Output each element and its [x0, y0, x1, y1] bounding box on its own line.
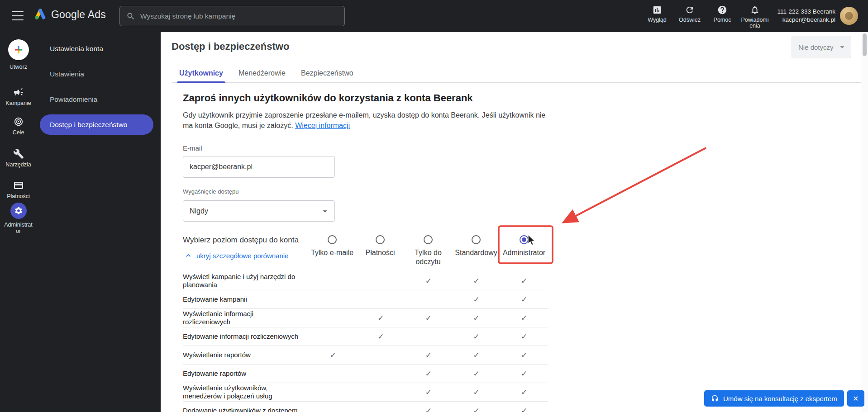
permission-check: ✓ — [357, 332, 405, 341]
sidebar-item-tools[interactable]: Narzędzia — [0, 148, 37, 168]
permission-check: ✓ — [405, 276, 453, 286]
consult-bar: Umów się na konsultację z ekspertem ✕ — [704, 390, 864, 407]
notifications-button[interactable]: Powiadomienia — [739, 3, 771, 29]
campaigns-icon — [13, 87, 24, 98]
refresh-icon — [685, 5, 695, 16]
gear-icon — [10, 203, 27, 219]
radio-email-only[interactable]: Tylko e-maile — [308, 235, 356, 257]
permission-check: ✓ — [453, 332, 501, 341]
sidebar-item-access-security[interactable]: Dostęp i bezpieczeństwo — [40, 114, 153, 135]
plus-icon — [8, 39, 29, 60]
table-row: Wyświetlanie informacji rozliczeniowych … — [183, 309, 548, 327]
avatar[interactable] — [840, 7, 858, 25]
email-label: E-mail — [183, 144, 202, 152]
tabs: Użytkownicy Menedżerowie Bezpieczeństwo — [172, 64, 861, 83]
table-row: Wyświetlanie użytkowników, menedżerów i … — [183, 383, 548, 402]
permission-check: ✓ — [453, 350, 501, 360]
status-dropdown-value: Nie dotyczy — [798, 43, 834, 51]
account-id: 111-222-333 Beerank — [777, 8, 835, 16]
permission-check: ✓ — [500, 350, 548, 360]
expiry-select[interactable]: Nigdy — [183, 200, 335, 222]
account-info: 111-222-333 Beerank kacper@beerank.pl — [777, 8, 835, 24]
table-row: Edytowanie informacji rozliczeniowych ✓ … — [183, 327, 548, 346]
radio-billing[interactable]: Płatności — [356, 235, 404, 257]
table-row: Edytowanie raportów ✓ ✓ ✓ — [183, 365, 548, 383]
sidebar-item-admin[interactable]: Administrator — [0, 203, 37, 234]
permission-check: ✓ — [453, 406, 501, 412]
hide-comparison-link[interactable]: ukryj szczegółowe porównanie — [184, 251, 288, 260]
refresh-button[interactable]: Odśwież — [673, 3, 706, 29]
permissions-table: Wyświetl kampanie i użyj narzędzi do pla… — [183, 272, 548, 412]
google-ads-logo[interactable]: Google Ads — [33, 8, 106, 21]
permission-check: ✓ — [453, 295, 501, 304]
permission-check: ✓ — [453, 313, 501, 323]
permission-check: ✓ — [405, 406, 453, 412]
notifications-icon — [750, 5, 760, 16]
table-row: Wyświetlanie raportów ✓ ✓ ✓ ✓ — [183, 346, 548, 365]
headset-icon — [711, 395, 719, 403]
permission-check: ✓ — [500, 388, 548, 397]
table-row: Edytowanie kampanii ✓ ✓ — [183, 290, 548, 309]
sidebar-item-settings[interactable]: Ustawienia — [50, 70, 84, 78]
table-row: Dodawanie użytkowników z dostępem ✓ ✓ ✓ — [183, 402, 548, 412]
google-ads-logo-icon — [33, 8, 47, 21]
table-row: Wyświetl kampanie i użyj narzędzi do pla… — [183, 272, 548, 290]
sidebar-item-goals[interactable]: Cele — [0, 116, 37, 136]
close-icon[interactable]: ✕ — [847, 390, 864, 407]
help-button[interactable]: Pomoc — [706, 3, 739, 29]
search-input[interactable] — [140, 12, 338, 20]
sidebar-item-payments[interactable]: Płatności — [0, 180, 37, 199]
radio-icon — [376, 235, 385, 244]
scrollbar-track — [861, 32, 868, 412]
permission-check: ✓ — [500, 295, 548, 304]
menu-icon[interactable] — [12, 11, 24, 20]
tab-managers[interactable]: Menedżerowie — [231, 64, 293, 82]
permission-check: ✓ — [453, 276, 501, 286]
create-button[interactable]: Utwórz — [0, 39, 37, 70]
radio-admin[interactable]: Administrator — [500, 235, 548, 257]
scrollbar-thumb[interactable] — [863, 33, 867, 56]
appearance-button[interactable]: Wygląd — [641, 3, 673, 29]
radio-standard[interactable]: Standardowy — [452, 235, 500, 257]
radio-icon — [328, 235, 337, 244]
goals-icon — [13, 116, 24, 127]
brand-name: Google Ads — [51, 9, 106, 21]
radio-icon — [424, 235, 433, 244]
invite-description: Gdy użytkownik przyjmie zaproszenie prze… — [183, 110, 552, 131]
sidebar-item-notifications[interactable]: Powiadomienia — [50, 95, 97, 104]
chevron-up-icon — [184, 251, 193, 260]
email-field[interactable] — [183, 156, 335, 178]
chevron-down-icon — [320, 206, 330, 216]
global-search[interactable] — [119, 6, 345, 26]
consult-expert-button[interactable]: Umów się na konsultację z ekspertem — [704, 390, 844, 407]
permission-check: ✓ — [500, 406, 548, 412]
radio-icon — [472, 235, 481, 244]
settings-sidebar: Ustawienia konta Ustawienia Powiadomieni… — [37, 32, 161, 412]
page-title: Dostęp i bezpieczeństwo — [172, 41, 289, 52]
permission-check: ✓ — [405, 350, 453, 360]
radio-selected-icon — [520, 235, 529, 244]
sidebar-section-header[interactable]: Ustawienia konta — [50, 45, 103, 53]
permission-check: ✓ — [405, 388, 453, 397]
main-content: Dostęp i bezpieczeństwo Nie dotyczy Użyt… — [161, 32, 868, 412]
permission-check: ✓ — [405, 313, 453, 323]
chevron-down-icon — [837, 42, 847, 52]
nav-rail: Utwórz Kampanie Cele Narzędzia Płatności… — [0, 32, 37, 412]
tab-security[interactable]: Bezpieczeństwo — [293, 64, 361, 82]
permission-check: ✓ — [405, 369, 453, 379]
radio-read-only[interactable]: Tylko do odczytu — [404, 235, 452, 266]
status-dropdown[interactable]: Nie dotyczy — [792, 36, 851, 58]
permission-check: ✓ — [500, 332, 548, 341]
topbar-actions: Wygląd Odśwież Pomoc Powiadomienia — [641, 3, 771, 29]
permission-check: ✓ — [500, 313, 548, 323]
help-icon — [717, 5, 727, 16]
permission-check: ✓ — [453, 388, 501, 397]
topbar: Google Ads Wygląd Odśwież Pomoc — [0, 0, 868, 32]
sidebar-item-campaigns[interactable]: Kampanie — [0, 87, 37, 106]
permission-check: ✓ — [500, 369, 548, 379]
search-icon — [126, 12, 135, 21]
tab-users[interactable]: Użytkownicy — [172, 64, 231, 82]
learn-more-link[interactable]: Więcej informacji — [295, 122, 350, 129]
permission-check: ✓ — [453, 369, 501, 379]
permission-check: ✓ — [357, 313, 405, 323]
